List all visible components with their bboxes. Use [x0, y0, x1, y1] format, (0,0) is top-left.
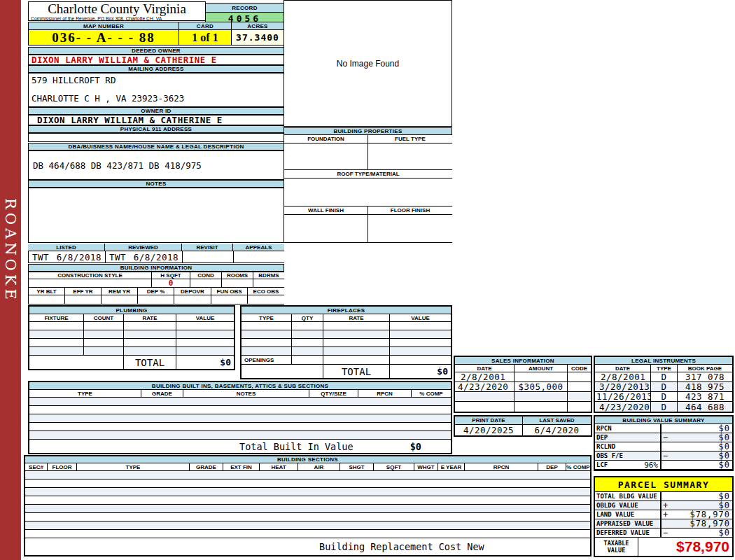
bvs-row-obsfe: OBS F/E −$0 — [595, 451, 732, 461]
county-name: Charlotte County Virginia — [29, 2, 205, 16]
funobs-label: FUN OBS — [211, 288, 248, 295]
legal-instruments-title: LEGAL INSTRUMENTS — [595, 357, 732, 365]
legal-col-date: DATE — [595, 365, 651, 372]
bvs-value: $0 — [719, 460, 730, 470]
appeals-value — [234, 251, 284, 263]
empty-cell — [124, 339, 176, 347]
built-ins-table: BUILDING BUILT INS, BASEMENTS, ATTICS & … — [28, 381, 452, 454]
sales-code — [568, 382, 591, 392]
owner-id-label: OWNER ID — [28, 107, 284, 115]
empty-cell — [29, 347, 84, 356]
sections-col-eyear: E YEAR — [438, 463, 465, 471]
parcel-summary-table: PARCEL SUMMARY TOTAL BLDG VALUE $0 OBLDG… — [594, 476, 734, 557]
sales-information-table: SALES INFORMATION DATE AMOUNT CODE 2/8/2… — [454, 356, 592, 413]
reviewed-label: REVIEWED — [105, 244, 182, 251]
building-information-table: CONSTRUCTION STYLE H SQFT COND ROOMS BDR… — [28, 272, 284, 304]
bdrms-label: BDRMS — [253, 272, 284, 279]
empty-cell — [292, 356, 323, 365]
depovr-value — [174, 295, 211, 304]
last-saved-value: 6/4/2020 — [523, 425, 591, 435]
empty-row — [25, 513, 590, 522]
parcel-op: + — [663, 500, 671, 510]
fireplaces-total-value: $0 — [390, 365, 451, 378]
sections-col-pctcomp: % COMP — [566, 463, 590, 471]
parcel-value: $78,970 — [690, 519, 730, 528]
empty-cell — [241, 330, 292, 339]
empty-cell — [390, 339, 451, 347]
legal-date: 11/26/2013 — [595, 392, 651, 402]
hsqft-value: 0 — [152, 279, 190, 288]
sales-col-amount: AMOUNT — [514, 365, 568, 372]
foundation-label: FOUNDATION — [284, 135, 368, 144]
ecoobs-label: ECO OBS — [248, 288, 284, 295]
building-value-summary-title: BUILDING VALUE SUMMARY — [595, 416, 732, 424]
listed-value: TWT 6/8/2018 — [29, 251, 106, 263]
empty-cell — [292, 322, 323, 330]
empty-cell — [323, 322, 390, 330]
bvs-op: − — [663, 451, 671, 461]
parcel-op: − — [663, 528, 671, 538]
depovr-label: DEPOVR — [174, 288, 211, 295]
sections-col-whgt: WHGT — [414, 463, 438, 471]
legal-instruments-table: LEGAL INSTRUMENTS DATE TYPE BOOK PAGE 2/… — [594, 356, 734, 413]
legal-type: D — [651, 382, 678, 392]
fireplaces-col-qty: QTY — [292, 314, 323, 322]
empty-cell — [241, 322, 292, 330]
ecoobs-value — [248, 295, 284, 304]
empty-cell — [124, 322, 176, 330]
empty-row — [25, 522, 590, 530]
legal-col-type: TYPE — [651, 365, 678, 372]
empty-cell — [241, 347, 292, 356]
sections-col-dep: DEP — [538, 463, 566, 471]
bvs-label: DEP — [596, 434, 608, 441]
sales-col-date: DATE — [455, 365, 514, 372]
parcel-label: TOTAL BLDG VALUE — [596, 493, 657, 500]
sections-col-sqft: SQFT — [374, 463, 414, 471]
parcel-value: $78,970 — [690, 510, 730, 519]
empty-cell — [84, 322, 124, 330]
legal-date: 2/8/2001 — [595, 372, 651, 382]
parcel-value: $0 — [719, 491, 730, 501]
bvs-row-lcf: LCF96% $0 — [595, 461, 732, 470]
fireplaces-total-label: TOTAL — [323, 365, 390, 378]
roof-type-label: ROOF TYPE/MATERIAL — [284, 170, 452, 178]
listed-label: LISTED — [28, 244, 105, 251]
plumbing-total-spacer — [29, 356, 124, 369]
empty-cell — [176, 339, 234, 347]
roof-type-value — [284, 178, 452, 206]
bvs-op: − — [663, 433, 671, 442]
plumbing-total-label: TOTAL — [124, 356, 176, 369]
legal-bookpage: 418 975 — [678, 382, 732, 392]
empty-cell — [124, 330, 176, 339]
parcel-row-deferred: DEFERRED VALUE −$0 — [595, 528, 732, 538]
built-ins-title: BUILDING BUILT INS, BASEMENTS, ATTICS & … — [29, 382, 451, 390]
property-record-card: ROANOKE Charlotte County Virginia Commis… — [0, 0, 735, 560]
plumbing-table: PLUMBING FIXTURE COUNT RATE VALUE TOTAL … — [28, 305, 235, 370]
dep-pct-label: DEP % — [138, 288, 174, 295]
empty-cell — [241, 339, 292, 347]
building-sections-footer: Building Replacement Cost New — [25, 538, 590, 555]
sections-col-rpcn: RPCN — [465, 463, 538, 471]
empty-cell — [124, 347, 176, 356]
sales-date — [455, 402, 514, 412]
cond-value — [190, 279, 222, 288]
parcel-op: + — [663, 510, 671, 519]
dba-value: DB 464/688 DB 423/871 DB 418/975 — [28, 150, 284, 180]
plumbing-title: PLUMBING — [29, 307, 234, 314]
empty-row — [25, 471, 590, 479]
parcel-value: $0 — [719, 528, 730, 538]
sales-date: 2/8/2001 — [455, 372, 514, 382]
empty-row — [29, 414, 451, 423]
sections-col-sec: SEC# — [25, 463, 48, 471]
empty-cell — [292, 347, 323, 356]
built-ins-col-grade: GRADE — [141, 390, 183, 398]
built-ins-col-type: TYPE — [29, 390, 141, 398]
sales-date: 4/23/2020 — [455, 382, 514, 392]
empty-cell — [292, 330, 323, 339]
bvs-pct: 96% — [644, 461, 658, 470]
empty-cell — [390, 322, 451, 330]
sections-col-floor: FLOOR — [48, 463, 77, 471]
built-ins-footer: Total Built In Value $0 — [29, 440, 451, 453]
empty-cell — [390, 356, 451, 365]
sections-col-type: TYPE — [77, 463, 190, 471]
